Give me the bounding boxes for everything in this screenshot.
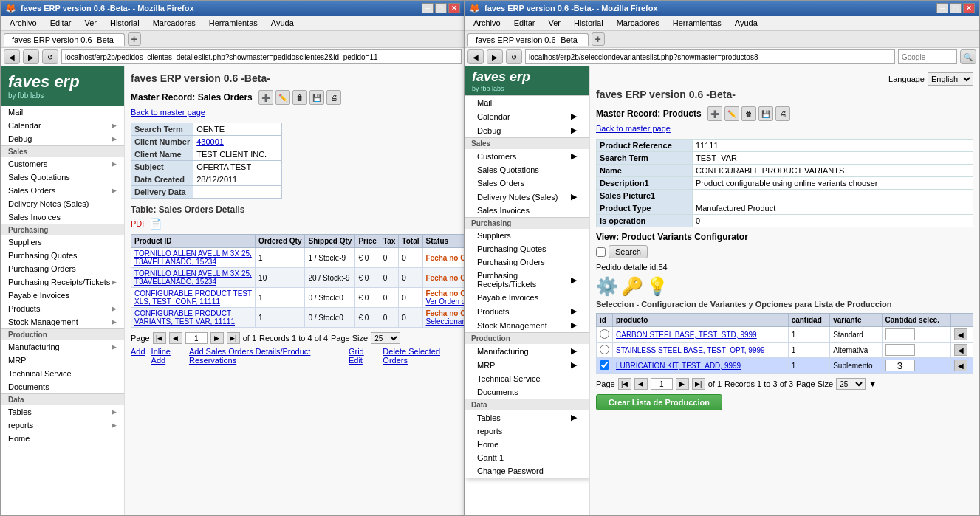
action-grid-edit1[interactable]: Grid Edit [349, 347, 377, 365]
sidebar-suppliers1[interactable]: Suppliers [1, 235, 124, 249]
product-link-3[interactable]: CONFIGURABLE PRODUCT TESTXLS, TEST_CONF,… [134, 289, 252, 306]
menu-archivo2[interactable]: Archivo [467, 17, 507, 29]
forward-btn2[interactable]: ▶ [487, 49, 503, 64]
prev-page-btn1[interactable]: ◀ [169, 332, 182, 344]
action-add-details1[interactable]: Add Sales Orders Details/Product Reserva… [189, 347, 343, 365]
page-size-select2[interactable]: 2550 [836, 378, 866, 390]
search-checkbox2[interactable] [596, 247, 606, 257]
page-input2[interactable] [651, 378, 673, 390]
product-link-1[interactable]: TORNILLO ALLEN AVELL M 3X 25,T3AVELLANAD… [134, 250, 252, 266]
window1-maximize[interactable]: □ [435, 3, 447, 13]
sidebar-customers1[interactable]: Customers▶ [1, 157, 124, 171]
menu-ayuda1[interactable]: Ayuda [265, 17, 300, 29]
sidebar-purchasing-quotes1[interactable]: Purchasing Quotes [1, 249, 124, 262]
window2-close[interactable]: ✕ [963, 3, 975, 13]
first-page-btn1[interactable]: |◀ [153, 332, 166, 344]
window2-minimize[interactable]: ─ [936, 3, 948, 13]
search-btn2[interactable]: 🔍 [960, 49, 976, 64]
url-bar1[interactable] [61, 49, 462, 64]
create-lista-btn[interactable]: Crear Lista de Produccion [596, 394, 722, 410]
back-btn2[interactable]: ◀ [467, 49, 484, 64]
dd-technical2[interactable]: Technical Service [465, 372, 589, 385]
variant-selec-qty-3[interactable] [885, 360, 915, 371]
dd-calendar2[interactable]: Calendar▶ [465, 109, 589, 123]
toolbar-icon-print2[interactable]: 🖨 [775, 106, 790, 121]
last-page-btn2[interactable]: ▶| [692, 378, 705, 390]
remove-btn-1[interactable]: ◀ [954, 328, 967, 340]
menu-marcadores2[interactable]: Marcadores [611, 17, 665, 29]
toolbar-icon-save2[interactable]: 💾 [758, 106, 773, 121]
prev-page-btn2[interactable]: ◀ [634, 378, 648, 390]
dd-purchasing-quotes2[interactable]: Purchasing Quotes [465, 242, 589, 255]
menu-herramientas1[interactable]: Herramientas [203, 17, 264, 29]
variant-check-3[interactable] [600, 360, 609, 370]
dd-change-password2[interactable]: Change Password [465, 464, 589, 478]
sidebar-manufacturing1[interactable]: Manufacturing▶ [1, 340, 124, 354]
variant-selec-qty-1[interactable] [885, 328, 915, 340]
action-inline-add1[interactable]: Inline Add [151, 347, 183, 365]
back-link1[interactable]: Back to master page [131, 108, 459, 117]
action-delete1[interactable]: Delete Selected Orders [383, 347, 459, 365]
sidebar-mrp1[interactable]: MRP [1, 354, 124, 367]
sidebar-calendar1[interactable]: Calendar▶ [1, 119, 124, 132]
sidebar-documents1[interactable]: Documents [1, 380, 124, 393]
toolbar-icon-save1[interactable]: 💾 [309, 90, 324, 105]
menu-ver1[interactable]: Ver [78, 17, 103, 29]
dd-stock2[interactable]: Stock Management▶ [465, 318, 589, 332]
sidebar-purchasing-orders1[interactable]: Purchasing Orders [1, 262, 124, 275]
sidebar-mail1[interactable]: Mail [1, 106, 124, 119]
lang-select[interactable]: English Español [928, 72, 973, 86]
pdf-link1[interactable]: PDF 📄 [131, 218, 459, 230]
menu-historial1[interactable]: Historial [104, 17, 145, 29]
variant-product-link-1[interactable]: CARBON STEEL BASE, TEST_STD, 9999 [616, 331, 757, 339]
window1-close[interactable]: ✕ [448, 3, 460, 13]
toolbar-icon-del1[interactable]: 🗑 [292, 90, 307, 105]
tab1-add[interactable]: + [128, 32, 141, 46]
next-page-btn2[interactable]: ▶ [676, 378, 689, 390]
toolbar-icon-print1[interactable]: 🖨 [326, 90, 341, 105]
url-bar2[interactable] [525, 49, 895, 64]
tab1-main[interactable]: faves ERP version 0.6 -Beta- [4, 33, 125, 46]
window1-minimize[interactable]: ─ [422, 3, 434, 13]
sidebar-products1[interactable]: Products▶ [1, 302, 124, 315]
toolbar-icon-add2[interactable]: ➕ [707, 106, 722, 121]
variant-product-link-2[interactable]: STAINLESS STEEL BASE, TEST_OPT, 9999 [616, 346, 765, 354]
dd-customers2[interactable]: Customers▶ [465, 149, 589, 163]
menu-editar1[interactable]: Editar [44, 17, 78, 29]
tab2-main[interactable]: faves ERP version 0.6 -Beta- [467, 33, 589, 46]
sidebar-payable-invoices1[interactable]: Payable Invoices [1, 289, 124, 302]
dd-delivery-notes2[interactable]: Delivery Notes (Sales)▶ [465, 190, 589, 204]
variant-selec-qty-2[interactable] [885, 344, 915, 356]
dd-debug2[interactable]: Debug▶ [465, 123, 589, 137]
dd-sales-orders2[interactable]: Sales Orders [465, 176, 589, 190]
dd-gantt2[interactable]: Gantt 1 [465, 451, 589, 464]
toolbar-icon-edit1[interactable]: ✏️ [275, 90, 290, 105]
dd-mrp2[interactable]: MRP▶ [465, 358, 589, 372]
window2-maximize[interactable]: □ [950, 3, 962, 13]
sidebar-stock1[interactable]: Stock Management▶ [1, 315, 124, 328]
menu-editar2[interactable]: Editar [508, 17, 541, 29]
back-link2[interactable]: Back to master page [596, 124, 973, 133]
toolbar-icon-del2[interactable]: 🗑 [741, 106, 756, 121]
dd-home2[interactable]: Home [465, 438, 589, 451]
tab2-add[interactable]: + [592, 32, 605, 46]
variant-radio-1[interactable] [600, 329, 609, 339]
sidebar-tables1[interactable]: Tables▶ [1, 405, 124, 419]
dd-suppliers2[interactable]: Suppliers [465, 229, 589, 242]
forward-btn1[interactable]: ▶ [23, 49, 39, 64]
menu-ver2[interactable]: Ver [542, 17, 566, 29]
sidebar-debug1[interactable]: Debug▶ [1, 132, 124, 145]
reload-btn2[interactable]: ↺ [506, 49, 522, 64]
sidebar-purchasing-receipts1[interactable]: Purchasing Receipts/Tickets▶ [1, 275, 124, 289]
toolbar-icon-edit2[interactable]: ✏️ [724, 106, 739, 121]
page-input1[interactable] [185, 332, 208, 344]
last-page-btn1[interactable]: ▶| [227, 332, 240, 344]
back-btn1[interactable]: ◀ [4, 49, 20, 64]
first-page-btn2[interactable]: |◀ [618, 378, 631, 390]
toolbar-icon-add1[interactable]: ➕ [258, 90, 273, 105]
variant-product-link-3[interactable]: LUBRICATION KIT, TEST_ADD, 9999 [616, 362, 741, 370]
remove-btn-2[interactable]: ◀ [954, 344, 967, 356]
sidebar-home1[interactable]: Home [1, 432, 124, 445]
dd-documents2[interactable]: Documents [465, 385, 589, 399]
dd-mail2[interactable]: Mail [465, 96, 589, 109]
